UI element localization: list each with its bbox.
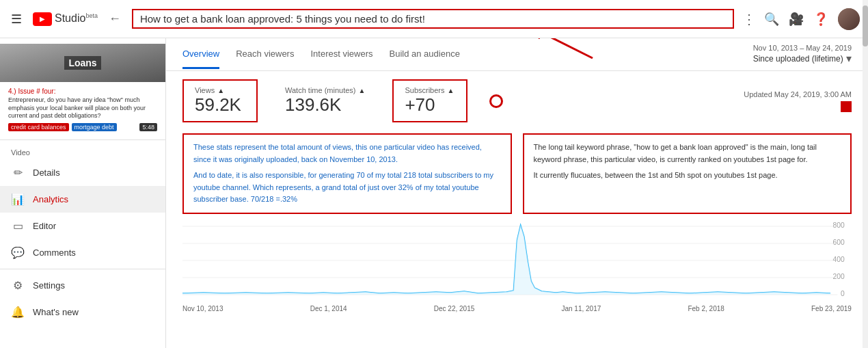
subscribers-label: Subscribers ▲ bbox=[405, 86, 455, 94]
x-label-4: Feb 2, 2018 bbox=[688, 305, 724, 312]
watch-time-value: 139.6K bbox=[285, 94, 365, 116]
svg-text:200: 200 bbox=[833, 273, 845, 280]
scrollbar[interactable] bbox=[863, 38, 868, 348]
comments-icon: 💬 bbox=[11, 246, 25, 259]
x-label-3: Jan 11, 2017 bbox=[561, 305, 601, 312]
stats-row: Views ▲ 59.2K Watch time (minutes) ▲ 139… bbox=[166, 71, 868, 128]
indicator-row bbox=[489, 94, 503, 108]
watch-time-stat: Watch time (minutes) ▲ 139.6K bbox=[274, 81, 376, 121]
svg-text:800: 800 bbox=[833, 222, 845, 229]
sidebar-item-editor[interactable]: ▭ Editor bbox=[0, 213, 165, 239]
details-icon: ✏ bbox=[11, 166, 25, 179]
video-description: Entrepreneur, do you have any idea "how"… bbox=[8, 96, 157, 120]
avatar[interactable] bbox=[838, 8, 860, 30]
main-area: Loans 4.) Issue # four: Entrepreneur, do… bbox=[0, 38, 868, 348]
subscribers-value: +70 bbox=[405, 94, 455, 116]
updated-label: Updated May 24, 2019, 3:00 AM bbox=[744, 90, 852, 112]
tab-interest[interactable]: Interest viewers bbox=[310, 40, 372, 69]
tag-row: credit card balances mortgage debt 5:48 bbox=[8, 123, 157, 131]
sidebar-item-settings-label: Settings bbox=[33, 280, 65, 291]
issue-label: 4.) Issue # four: bbox=[8, 88, 157, 95]
sidebar-item-editor-label: Editor bbox=[33, 221, 56, 231]
sidebar: Loans 4.) Issue # four: Entrepreneur, do… bbox=[0, 38, 166, 348]
svg-line-1 bbox=[524, 38, 593, 58]
tab-audience[interactable]: Build an audience bbox=[390, 40, 460, 69]
search-icon[interactable]: 🔍 bbox=[764, 12, 779, 27]
scrollbar-thumb[interactable] bbox=[863, 38, 868, 46]
sidebar-item-details[interactable]: ✏ Details bbox=[0, 159, 165, 186]
tabs-row: Overview Reach viewers Interest viewers … bbox=[166, 38, 868, 71]
views-trend-icon: ▲ bbox=[217, 87, 224, 94]
chart-area: 800 600 400 200 0 bbox=[166, 219, 868, 348]
chart-x-labels: Nov 10, 2013 Dec 1, 2014 Dec 22, 2015 Ja… bbox=[182, 304, 852, 314]
duration-badge: 5:48 bbox=[139, 123, 157, 131]
views-stat-card: Views ▲ 59.2K bbox=[182, 79, 258, 122]
more-options-button[interactable]: ⋮ bbox=[742, 11, 756, 27]
sidebar-item-analytics[interactable]: 📊 Analytics bbox=[0, 186, 165, 213]
date-range-select[interactable]: Since uploaded (lifetime) ▾ bbox=[753, 52, 852, 65]
subscribers-stat-card: Subscribers ▲ +70 bbox=[392, 79, 467, 122]
chart-svg: 800 600 400 200 0 bbox=[182, 219, 852, 302]
views-value: 59.2K bbox=[195, 94, 245, 116]
whats-new-icon: 🔔 bbox=[11, 306, 25, 319]
sidebar-video-section: 4.) Issue # four: Entrepreneur, do you h… bbox=[0, 82, 165, 137]
red-square-indicator bbox=[841, 101, 852, 112]
top-icons: 🔍 🎥 ❓ bbox=[764, 8, 860, 30]
x-label-2: Dec 22, 2015 bbox=[434, 305, 475, 312]
brand-name: Studiobeta bbox=[55, 12, 98, 25]
x-label-0: Nov 10, 2013 bbox=[182, 305, 223, 312]
watch-time-trend-icon: ▲ bbox=[359, 87, 366, 94]
editor-icon: ▭ bbox=[11, 219, 25, 232]
thumbnail-image: Loans bbox=[0, 44, 165, 82]
annotation-right-para1: The long tail keyword phrase, "how to ge… bbox=[534, 142, 841, 165]
svg-marker-12 bbox=[182, 225, 830, 295]
circle-indicator bbox=[489, 94, 503, 108]
svg-text:400: 400 bbox=[833, 256, 845, 263]
annotation-left-para2: And to date, it is also responsible, for… bbox=[193, 170, 501, 206]
date-range-text: Nov 10, 2013 – May 24, 2019 bbox=[753, 44, 852, 52]
avatar-image bbox=[838, 8, 860, 30]
menu-icon[interactable]: ☰ bbox=[8, 9, 25, 29]
back-button[interactable]: ← bbox=[106, 9, 124, 29]
tab-overview[interactable]: Overview bbox=[182, 40, 219, 69]
chevron-down-icon: ▾ bbox=[846, 52, 852, 65]
settings-icon: ⚙ bbox=[11, 279, 25, 292]
sidebar-item-analytics-label: Analytics bbox=[33, 194, 68, 204]
top-bar: ☰ Studiobeta ← How to get a bank loan ap… bbox=[0, 0, 868, 38]
sidebar-item-comments-label: Comments bbox=[33, 247, 76, 258]
annotation-right: The long tail keyword phrase, "how to ge… bbox=[523, 133, 852, 214]
content-area: Overview Reach viewers Interest viewers … bbox=[166, 38, 868, 348]
x-label-1: Dec 1, 2014 bbox=[310, 305, 347, 312]
sidebar-divider-top bbox=[0, 139, 165, 140]
sidebar-item-whats-new-label: What's new bbox=[33, 307, 79, 317]
annotation-right-para2: It currently flucuates, between the 1st … bbox=[534, 170, 841, 182]
date-range-label: Since uploaded (lifetime) bbox=[753, 54, 843, 64]
sidebar-item-settings[interactable]: ⚙ Settings bbox=[0, 272, 165, 299]
annotations-row: These stats represent the total amount o… bbox=[166, 128, 868, 219]
yt-logo: Studiobeta bbox=[33, 12, 98, 26]
app-container: ☰ Studiobeta ← How to get a bank loan ap… bbox=[0, 0, 868, 348]
video-title: How to get a bank loan approved: 5 thing… bbox=[132, 9, 734, 29]
tab-reach[interactable]: Reach viewers bbox=[236, 40, 294, 69]
watch-time-label: Watch time (minutes) ▲ bbox=[285, 86, 365, 94]
x-label-5: Feb 23, 2019 bbox=[811, 305, 852, 312]
sidebar-item-whats-new[interactable]: 🔔 What's new bbox=[0, 299, 165, 325]
views-label: Views ▲ bbox=[195, 86, 245, 94]
svg-text:0: 0 bbox=[841, 290, 845, 297]
analytics-icon: 📊 bbox=[11, 193, 25, 206]
svg-text:600: 600 bbox=[833, 239, 845, 246]
sidebar-item-comments[interactable]: 💬 Comments bbox=[0, 239, 165, 266]
video-create-icon[interactable]: 🎥 bbox=[789, 12, 804, 27]
sidebar-divider-bottom bbox=[0, 269, 165, 269]
sidebar-section-video: Video bbox=[0, 143, 165, 159]
sidebar-item-details-label: Details bbox=[33, 168, 60, 178]
subscribers-trend-icon: ▲ bbox=[448, 87, 455, 94]
date-range-section: Nov 10, 2013 – May 24, 2019 Since upload… bbox=[753, 44, 852, 65]
annotation-left-para1: These stats represent the total amount o… bbox=[193, 142, 501, 165]
tag-mortgage: mortgage debt bbox=[72, 123, 117, 131]
youtube-icon bbox=[33, 12, 52, 26]
tag-credit: credit card balances bbox=[8, 123, 69, 131]
red-arrow-svg bbox=[517, 38, 599, 62]
help-icon[interactable]: ❓ bbox=[813, 12, 828, 27]
annotation-left: These stats represent the total amount o… bbox=[182, 133, 512, 214]
